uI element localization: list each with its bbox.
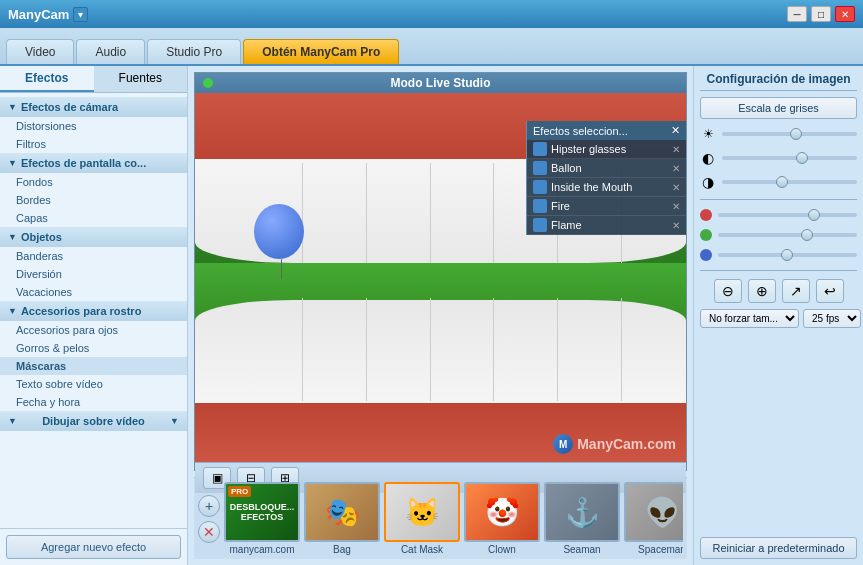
tab-pro[interactable]: Obtén ManyCam Pro	[243, 39, 399, 64]
section-screen-effects[interactable]: Efectos de pantalla co...	[0, 153, 187, 173]
contrast-track[interactable]	[722, 156, 857, 160]
effect-icon-fire	[533, 199, 547, 213]
effect-remove-fire[interactable]: ✕	[672, 201, 680, 212]
sidebar-tab-effects[interactable]: Efectos	[0, 66, 94, 92]
tab-studio[interactable]: Studio Pro	[147, 39, 241, 64]
titlebar-left: ManyCam ▾	[8, 7, 88, 22]
effect-remove-hipster[interactable]: ✕	[672, 144, 680, 155]
thumb-item-unlock[interactable]: PRO DESBLOQUE... EFECTOS manycam.com	[224, 482, 300, 555]
saturation-icon: ◑	[700, 174, 716, 190]
thumb-strip: PRO DESBLOQUE... EFECTOS manycam.com 🎭 B…	[224, 482, 683, 555]
effect-name-mouth: Inside the Mouth	[551, 181, 668, 193]
sidebar-item-distorsiones[interactable]: Distorsiones	[0, 117, 187, 135]
green-track[interactable]	[718, 233, 857, 237]
flip-h-button[interactable]: ⊖	[714, 279, 742, 303]
thumb-add-button[interactable]: +	[198, 495, 220, 517]
sidebar-item-diversion[interactable]: Diversión	[0, 265, 187, 283]
brightness-icon: ☀	[700, 126, 716, 142]
section-camera-effects[interactable]: Efectos de cámara	[0, 97, 187, 117]
green-dot	[700, 229, 712, 241]
undo-button[interactable]: ↩	[816, 279, 844, 303]
effect-row-fire: Fire ✕	[527, 197, 686, 216]
effect-row-hipster: Hipster glasses ✕	[527, 140, 686, 159]
effect-name-ballon: Ballon	[551, 162, 668, 174]
blue-thumb[interactable]	[781, 249, 793, 261]
thumb-label-cat: Cat Mask	[401, 544, 443, 555]
sidebar-item-filtros[interactable]: Filtros	[0, 135, 187, 153]
icon-buttons-row: ⊖ ⊕ ↗ ↩	[700, 279, 857, 303]
sidebar-item-vacaciones[interactable]: Vacaciones	[0, 283, 187, 301]
main-tabs: Video Audio Studio Pro Obtén ManyCam Pro	[0, 28, 863, 66]
tab-video[interactable]: Video	[6, 39, 74, 64]
video-title: Modo Live Studio	[391, 76, 491, 90]
saturation-track[interactable]	[722, 180, 857, 184]
effect-row-flame: Flame ✕	[527, 216, 686, 235]
separator1	[700, 199, 857, 200]
brightness-track[interactable]	[722, 132, 857, 136]
slider-green	[700, 228, 857, 242]
grayscale-button[interactable]: Escala de grises	[700, 97, 857, 119]
blue-track[interactable]	[718, 253, 857, 257]
thumb-item-cat[interactable]: 🐱 Cat Mask	[384, 482, 460, 555]
slider-blue	[700, 248, 857, 262]
thumb-item-spaceman[interactable]: 👽 Spaceman	[624, 482, 683, 555]
thumb-item-bag[interactable]: 🎭 Bag	[304, 482, 380, 555]
red-dot	[700, 209, 712, 221]
effects-panel-close[interactable]: ✕	[671, 124, 680, 137]
sidebar-item-mascaras[interactable]: Máscaras	[0, 357, 187, 375]
thumb-img-cat: 🐱	[384, 482, 460, 542]
sidebar-tab-sources[interactable]: Fuentes	[94, 66, 188, 92]
section-draw[interactable]: Dibujar sobre vídeo ▼	[0, 411, 187, 431]
watermark-icon: M	[553, 434, 573, 454]
sidebar-item-fecha[interactable]: Fecha y hora	[0, 393, 187, 411]
app-logo: ManyCam	[8, 7, 69, 22]
maximize-button[interactable]: □	[811, 6, 831, 22]
sidebar-item-gorros[interactable]: Gorros & pelos	[0, 339, 187, 357]
effect-row-ballon: Ballon ✕	[527, 159, 686, 178]
slider-saturation: ◑	[700, 173, 857, 191]
share-button[interactable]: ↗	[782, 279, 810, 303]
section-objects[interactable]: Objetos	[0, 227, 187, 247]
size-select[interactable]: No forzar tam...	[700, 309, 799, 328]
section-accessories[interactable]: Accesorios para rostro	[0, 301, 187, 321]
fps-select[interactable]: 25 fps	[803, 309, 861, 328]
minimize-button[interactable]: ─	[787, 6, 807, 22]
add-effect-button[interactable]: Agregar nuevo efecto	[6, 535, 181, 559]
green-thumb[interactable]	[801, 229, 813, 241]
sidebar-item-capas[interactable]: Capas	[0, 209, 187, 227]
brightness-thumb[interactable]	[790, 128, 802, 140]
effects-panel: Efectos seleccion... ✕ Hipster glasses ✕…	[526, 121, 686, 235]
effect-remove-ballon[interactable]: ✕	[672, 163, 680, 174]
slider-contrast: ◐	[700, 149, 857, 167]
thumb-img-clown: 🤡	[464, 482, 540, 542]
reset-button[interactable]: Reiniciar a predeterminado	[700, 537, 857, 559]
saturation-thumb[interactable]	[776, 176, 788, 188]
close-button[interactable]: ✕	[835, 6, 855, 22]
sidebar-item-banderas[interactable]: Banderas	[0, 247, 187, 265]
sidebar-item-fondos[interactable]: Fondos	[0, 173, 187, 191]
thumb-item-clown[interactable]: 🤡 Clown	[464, 482, 540, 555]
video-topbar: Modo Live Studio	[195, 73, 686, 93]
red-track[interactable]	[718, 213, 857, 217]
video-container: Modo Live Studio	[194, 72, 687, 471]
thumb-remove-button[interactable]: ✕	[198, 521, 220, 543]
sidebar: Efectos Fuentes Efectos de cámara Distor…	[0, 66, 188, 565]
slider-red	[700, 208, 857, 222]
thumb-controls: + ✕	[198, 495, 220, 543]
titlebar-dropdown[interactable]: ▾	[73, 7, 88, 22]
sidebar-item-texto[interactable]: Texto sobre vídeo	[0, 375, 187, 393]
effect-remove-flame[interactable]: ✕	[672, 220, 680, 231]
tab-audio[interactable]: Audio	[76, 39, 145, 64]
thumb-item-seaman[interactable]: ⚓ Seaman	[544, 482, 620, 555]
balloon-string	[281, 259, 282, 279]
effect-icon-hipster	[533, 142, 547, 156]
select-row: No forzar tam... 25 fps	[700, 309, 857, 328]
effects-panel-title: Efectos seleccion...	[533, 125, 628, 137]
balloon-body	[254, 204, 304, 259]
red-thumb[interactable]	[808, 209, 820, 221]
contrast-thumb[interactable]	[796, 152, 808, 164]
sidebar-item-bordes[interactable]: Bordes	[0, 191, 187, 209]
flip-v-button[interactable]: ⊕	[748, 279, 776, 303]
effect-remove-mouth[interactable]: ✕	[672, 182, 680, 193]
sidebar-item-ojos[interactable]: Accesorios para ojos	[0, 321, 187, 339]
